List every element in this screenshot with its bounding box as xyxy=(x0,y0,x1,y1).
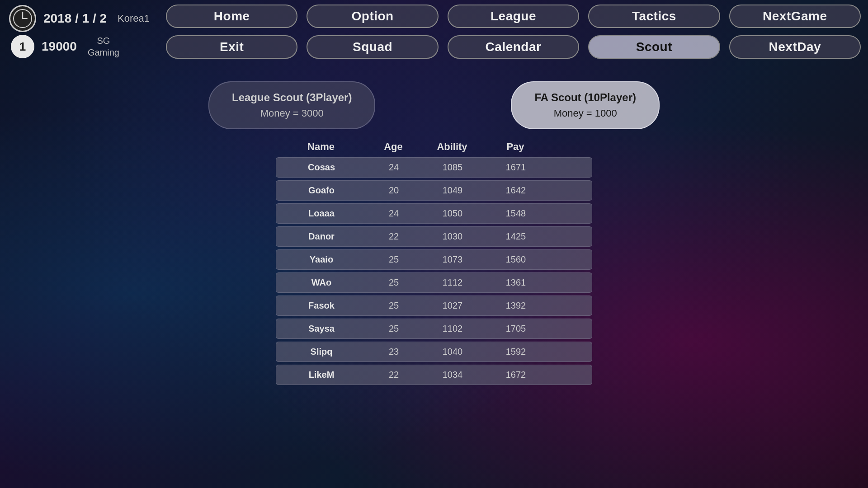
player-table: Name Age Ability Pay Cosas 24 1085 1671 … xyxy=(0,138,868,388)
table-header: Name Age Ability Pay xyxy=(276,138,592,155)
cell-name: Fasok xyxy=(276,296,367,315)
nextgame-button[interactable]: NextGame xyxy=(729,5,861,28)
rank-badge: 1 xyxy=(11,35,34,58)
cell-pay: 1361 xyxy=(484,273,547,292)
cell-ability: 1049 xyxy=(421,181,484,200)
cell-age: 22 xyxy=(367,365,421,385)
topbar-info: 2018 / 1 / 2 Korea1 1 19000 SGGaming xyxy=(0,0,159,63)
cell-age: 24 xyxy=(367,204,421,223)
table-row[interactable]: Saysa 25 1102 1705 xyxy=(276,319,592,339)
cell-ability: 1085 xyxy=(421,158,484,177)
cell-ability: 1102 xyxy=(421,319,484,338)
region-display: Korea1 xyxy=(118,13,150,24)
table-row[interactable]: Danor 22 1030 1425 xyxy=(276,226,592,247)
date-display: 2018 / 1 / 2 xyxy=(43,11,107,26)
cell-age: 25 xyxy=(367,296,421,315)
money-display: 19000 xyxy=(42,39,77,54)
home-button[interactable]: Home xyxy=(166,5,297,28)
calendar-button[interactable]: Calendar xyxy=(448,35,579,59)
cell-age: 22 xyxy=(367,227,421,246)
cell-pay: 1672 xyxy=(484,365,547,385)
cell-pay: 1671 xyxy=(484,158,547,177)
col-name: Name xyxy=(276,138,366,155)
table-row[interactable]: Cosas 24 1085 1671 xyxy=(276,157,592,178)
cell-name: WAo xyxy=(276,273,367,292)
fa-scout-title: FA Scout (10Player) xyxy=(534,91,636,104)
cell-pay: 1705 xyxy=(484,319,547,338)
table-row[interactable]: WAo 25 1112 1361 xyxy=(276,272,592,293)
clock-icon xyxy=(9,5,36,32)
table-row[interactable]: Loaaa 24 1050 1548 xyxy=(276,203,592,224)
team-display: SGGaming xyxy=(88,35,119,58)
cell-name: Cosas xyxy=(276,158,367,177)
league-button[interactable]: League xyxy=(448,5,579,28)
cell-age: 24 xyxy=(367,158,421,177)
fa-scout-money: Money = 1000 xyxy=(534,108,636,119)
table-row[interactable]: Fasok 25 1027 1392 xyxy=(276,296,592,316)
col-ability: Ability xyxy=(420,138,484,155)
cell-pay: 1425 xyxy=(484,227,547,246)
table-row[interactable]: LikeM 22 1034 1672 xyxy=(276,365,592,385)
cell-name: Saysa xyxy=(276,319,367,338)
cell-ability: 1034 xyxy=(421,365,484,385)
cell-name: LikeM xyxy=(276,365,367,385)
scout-button[interactable]: Scout xyxy=(588,35,720,59)
cell-age: 25 xyxy=(367,250,421,269)
cell-ability: 1050 xyxy=(421,204,484,223)
cell-name: Slipq xyxy=(276,342,367,361)
cell-pay: 1560 xyxy=(484,250,547,269)
cell-name: Goafo xyxy=(276,181,367,200)
cell-name: Danor xyxy=(276,227,367,246)
cell-pay: 1592 xyxy=(484,342,547,361)
cell-pay: 1392 xyxy=(484,296,547,315)
cell-age: 23 xyxy=(367,342,421,361)
col-age: Age xyxy=(366,138,420,155)
league-scout-title: League Scout (3Player) xyxy=(232,91,352,104)
cell-name: Yaaio xyxy=(276,250,367,269)
squad-button[interactable]: Squad xyxy=(307,35,438,59)
table-row[interactable]: Yaaio 25 1073 1560 xyxy=(276,249,592,270)
league-scout-panel[interactable]: League Scout (3Player) Money = 3000 xyxy=(208,81,375,129)
scout-panels: League Scout (3Player) Money = 3000 FA S… xyxy=(0,81,868,129)
cell-age: 20 xyxy=(367,181,421,200)
table-row[interactable]: Slipq 23 1040 1592 xyxy=(276,342,592,362)
cell-age: 25 xyxy=(367,273,421,292)
exit-button[interactable]: Exit xyxy=(166,35,297,59)
fa-scout-panel[interactable]: FA Scout (10Player) Money = 1000 xyxy=(511,81,660,129)
cell-ability: 1027 xyxy=(421,296,484,315)
topbar: 2018 / 1 / 2 Korea1 1 19000 SGGaming Hom… xyxy=(0,0,868,63)
cell-ability: 1040 xyxy=(421,342,484,361)
cell-name: Loaaa xyxy=(276,204,367,223)
tactics-button[interactable]: Tactics xyxy=(588,5,720,28)
col-pay: Pay xyxy=(484,138,547,155)
cell-pay: 1548 xyxy=(484,204,547,223)
cell-ability: 1030 xyxy=(421,227,484,246)
league-scout-money: Money = 3000 xyxy=(232,108,352,119)
cell-ability: 1112 xyxy=(421,273,484,292)
table-row[interactable]: Goafo 20 1049 1642 xyxy=(276,180,592,201)
option-button[interactable]: Option xyxy=(307,5,438,28)
cell-ability: 1073 xyxy=(421,250,484,269)
cell-pay: 1642 xyxy=(484,181,547,200)
nav-buttons: Home Option League Tactics NextGame Exit… xyxy=(159,0,868,63)
cell-age: 25 xyxy=(367,319,421,338)
nextday-button[interactable]: NextDay xyxy=(729,35,861,59)
table-rows: Cosas 24 1085 1671 Goafo 20 1049 1642 Lo… xyxy=(276,157,592,388)
